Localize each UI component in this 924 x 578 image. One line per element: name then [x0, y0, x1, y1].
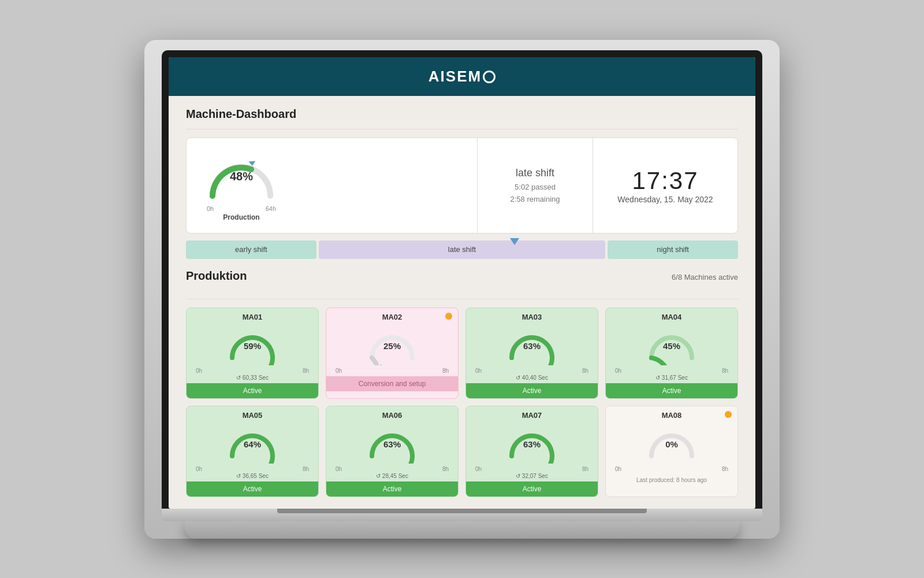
svg-marker-2 — [379, 364, 383, 365]
machine-card-ma06[interactable]: MA06 63% 0h 8h ↺ 28,45 Sec Ac — [326, 406, 459, 497]
scale-min-ma05: 0h — [196, 466, 202, 472]
scale-max-ma08: 8h — [722, 466, 728, 472]
status-bar-ma01: Active — [187, 383, 318, 398]
machine-id-ma02: MA02 — [382, 313, 403, 321]
shift-info-section: late shift 5:02 passed 2:58 remaining — [478, 138, 593, 233]
cycle-ma01: ↺ 60,33 Sec — [236, 375, 269, 381]
scale-min-ma02: 0h — [336, 368, 342, 374]
machine-card-ma02[interactable]: MA02 25% 0h 8h Conversion an — [326, 307, 459, 399]
screen-bezel: AISEM Machine-Dashboard — [162, 50, 762, 509]
scale-min-ma04: 0h — [615, 368, 621, 374]
machine-card-ma04[interactable]: MA04 45% 0h 8h ↺ 31,67 Sec Ac — [605, 307, 738, 399]
machine-id-ma03: MA03 — [522, 313, 542, 321]
card-header-ma03: MA03 — [466, 308, 598, 324]
warning-dot-ma08 — [725, 411, 732, 418]
current-shift-label: late shift — [516, 167, 554, 179]
card-header-ma06: MA06 — [326, 406, 458, 422]
gauge-scale-ma07: 0h 8h — [472, 466, 592, 472]
laptop-frame: AISEM Machine-Dashboard — [144, 40, 780, 539]
production-gauge-section: 48% 0h 64h Production — [187, 138, 478, 233]
gauge-area-ma05: 64% 0h 8h ↺ 36,65 Sec — [187, 422, 318, 481]
late-shift-bar: late shift — [319, 240, 606, 259]
gauge-wrap-ma05: 64% — [223, 424, 281, 466]
shift-timeline: early shift late shift night shift — [186, 240, 738, 259]
card-header-ma01: MA01 — [187, 308, 318, 324]
status-bar-ma04: Active — [606, 383, 737, 398]
gauge-wrap-ma03: 63% — [503, 326, 561, 368]
production-gauge: 48% — [204, 150, 279, 204]
gauge-area-ma04: 45% 0h 8h ↺ 31,67 Sec — [606, 324, 737, 383]
percent-label-ma05: 64% — [244, 439, 261, 449]
scale-max-ma07: 8h — [582, 466, 588, 472]
gauge-scale-ma02: 0h 8h — [332, 368, 452, 374]
card-header-ma08: MA08 — [606, 406, 737, 422]
gauge-area-ma02: 25% 0h 8h — [326, 324, 458, 376]
machine-card-ma03[interactable]: MA03 63% 0h 8h ↺ 40,40 Sec Ac — [465, 307, 598, 399]
gauge-scale-ma03: 0h 8h — [472, 368, 592, 374]
scale-min-ma06: 0h — [336, 466, 342, 472]
early-shift-label: early shift — [235, 245, 267, 254]
laptop-base — [162, 509, 762, 521]
laptop-hinge — [277, 509, 647, 513]
gauge-wrap-ma04: 45% — [643, 326, 701, 368]
percent-label-ma04: 45% — [663, 341, 680, 351]
produktion-divider — [186, 299, 738, 299]
scale-max-ma06: 8h — [442, 466, 449, 472]
scale-min-ma07: 0h — [475, 466, 482, 472]
machine-card-ma05[interactable]: MA05 64% 0h 8h ↺ 36,65 Sec Ac — [186, 406, 319, 497]
percent-label-ma07: 63% — [523, 439, 541, 449]
gauge-scale-ma04: 0h 8h — [612, 368, 732, 374]
gauge-wrap-ma01: 59% — [223, 326, 281, 368]
late-shift-label: late shift — [448, 245, 476, 254]
percent-label-ma06: 63% — [383, 439, 401, 449]
card-header-ma02: MA02 — [326, 308, 458, 324]
gauge-area-ma03: 63% 0h 8h ↺ 40,40 Sec — [466, 324, 598, 383]
machine-id-ma04: MA04 — [662, 313, 682, 321]
scale-min-ma03: 0h — [475, 368, 482, 374]
gauge-scale-ma08: 0h 8h — [612, 466, 732, 472]
machine-card-ma07[interactable]: MA07 63% 0h 8h ↺ 32,07 Sec Ac — [465, 406, 598, 497]
gauge-area-ma01: 59% 0h 8h ↺ 60,33 Sec — [187, 324, 318, 383]
laptop-foot — [185, 521, 739, 539]
scale-max-ma03: 8h — [582, 368, 588, 374]
produktion-title: Produktion — [186, 269, 247, 283]
percent-label-ma03: 63% — [523, 341, 541, 351]
dashboard-title: Machine-Dashboard — [186, 108, 738, 121]
scale-max-ma01: 8h — [303, 368, 309, 374]
datetime-section: 17:37 Wednesday, 15. May 2022 — [593, 138, 737, 233]
produktion-header: Produktion 6/8 Machines active — [186, 269, 738, 291]
machine-id-ma05: MA05 — [243, 411, 263, 420]
card-header-ma04: MA04 — [606, 308, 737, 324]
machine-id-ma08: MA08 — [662, 411, 682, 420]
status-bar-ma07: Active — [466, 481, 598, 497]
scale-min-ma01: 0h — [196, 368, 202, 374]
clock-display: 17:37 — [632, 167, 698, 195]
last-produced-ma08: Last produced: 8 hours ago — [606, 475, 737, 486]
machine-card-ma08[interactable]: MA08 0% 0h 8h Last produced: — [605, 406, 738, 497]
gauge-min-label: 0h — [207, 205, 214, 212]
cycle-ma06: ↺ 28,45 Sec — [376, 473, 408, 479]
cycle-ma07: ↺ 32,07 Sec — [516, 473, 548, 479]
card-header-ma05: MA05 — [187, 406, 318, 422]
date-display: Wednesday, 15. May 2022 — [617, 195, 713, 204]
night-shift-bar: night shift — [608, 240, 738, 259]
machines-active-count: 6/8 Machines active — [672, 273, 738, 281]
gauge-wrap-ma08: 0% — [643, 424, 701, 466]
machine-id-ma07: MA07 — [522, 411, 542, 420]
gauge-wrap-ma07: 63% — [503, 424, 561, 466]
gauge-scale-ma05: 0h 8h — [192, 466, 312, 472]
scale-max-ma04: 8h — [722, 368, 728, 374]
cycle-ma04: ↺ 31,67 Sec — [655, 375, 688, 381]
shift-passed: 5:02 passed — [515, 183, 556, 191]
gauge-scale-ma06: 0h 8h — [332, 466, 452, 472]
machines-grid: MA01 59% 0h 8h ↺ 60,33 Sec Ac — [186, 307, 738, 497]
gauge-area-ma06: 63% 0h 8h ↺ 28,45 Sec — [326, 422, 458, 481]
status-bar-ma03: Active — [466, 383, 598, 398]
app-logo: AISEM — [429, 68, 495, 85]
card-header-ma07: MA07 — [466, 406, 598, 422]
production-percent-label: 48% — [230, 170, 253, 183]
percent-label-ma02: 25% — [383, 341, 401, 351]
gauge-max-label: 64h — [266, 205, 276, 212]
shift-remaining: 2:58 remaining — [511, 195, 560, 203]
machine-card-ma01[interactable]: MA01 59% 0h 8h ↺ 60,33 Sec Ac — [186, 307, 319, 399]
